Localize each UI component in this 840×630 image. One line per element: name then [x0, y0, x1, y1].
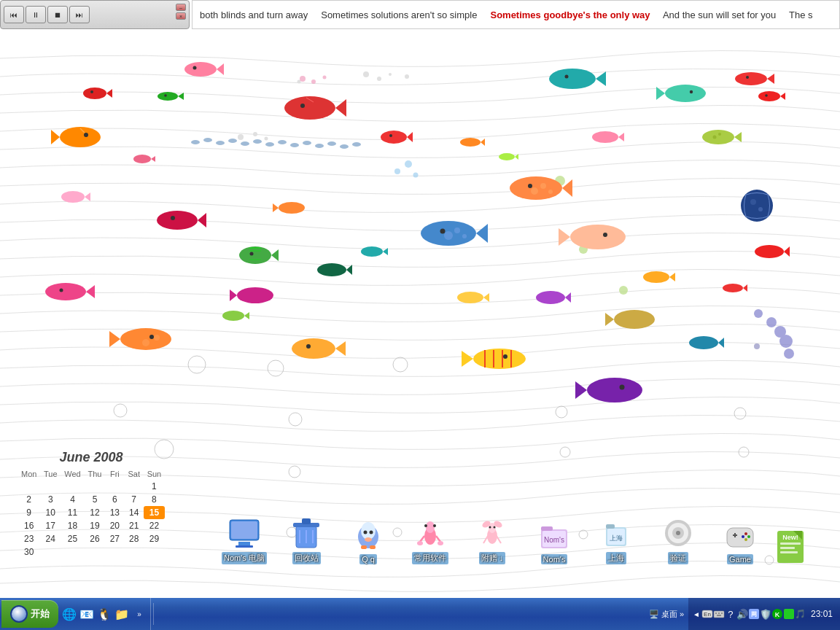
desktop-button[interactable]: 🖥️ 桌面 » — [645, 609, 688, 620]
svg-marker-146 — [743, 284, 747, 292]
cal-cell — [18, 480, 40, 493]
cal-cell: 6 — [105, 493, 124, 506]
cal-cell: 4 — [61, 493, 85, 506]
svg-marker-82 — [407, 132, 413, 142]
svg-point-21 — [253, 132, 257, 136]
svg-point-199 — [489, 526, 491, 529]
icon-my-computer[interactable]: Nom's 电脑 — [215, 516, 273, 564]
next-button[interactable]: ⏭ — [69, 6, 90, 23]
svg-point-74 — [278, 140, 287, 144]
start-button[interactable]: 开始 — [1, 600, 58, 628]
svg-rect-239 — [784, 609, 794, 619]
svg-rect-176 — [302, 518, 311, 524]
stop-button[interactable]: ⏹ — [47, 6, 68, 23]
icon-new[interactable]: New! — [773, 529, 808, 564]
svg-point-121 — [361, 246, 383, 257]
tray-input-method[interactable]: En — [701, 608, 713, 620]
tray-help[interactable]: ? — [725, 608, 736, 620]
tray-green-indicator[interactable] — [783, 608, 795, 620]
cal-day-wed: Wed — [61, 468, 85, 480]
svg-line-201 — [483, 536, 488, 543]
lyrics-text: both blinds and turn away Sometimes solu… — [200, 9, 813, 20]
tray-network[interactable]: 网 — [748, 608, 760, 620]
tray-expand-button[interactable]: ◄ — [691, 609, 701, 620]
ql-mail[interactable]: 📧 — [79, 606, 95, 622]
svg-point-75 — [290, 143, 299, 147]
svg-rect-225 — [780, 547, 795, 549]
ql-folder[interactable]: 📁 — [114, 606, 130, 622]
svg-point-41 — [83, 88, 106, 99]
svg-rect-186 — [370, 545, 376, 549]
svg-point-154 — [154, 335, 160, 341]
svg-point-71 — [241, 141, 249, 146]
system-clock: 23:01 — [806, 608, 837, 621]
cal-cell: 16 — [18, 519, 40, 532]
media-player: ⏮ ⏸ ⏹ ⏭ – × — [0, 0, 190, 29]
icon-accessories[interactable]: 附赠 ↓ — [463, 516, 521, 564]
svg-point-60 — [758, 91, 780, 101]
svg-point-101 — [548, 190, 553, 194]
icon-common-tools[interactable]: 常用软件 — [401, 516, 459, 564]
shanghai-label: 上海 — [606, 552, 626, 564]
icon-game[interactable]: Game — [711, 518, 769, 564]
svg-marker-134 — [669, 273, 675, 281]
svg-marker-156 — [335, 341, 346, 356]
svg-point-49 — [300, 104, 305, 108]
cal-day-sun: Sun — [144, 468, 165, 480]
svg-rect-224 — [780, 542, 801, 545]
tray-media[interactable]: 🎵 — [795, 608, 806, 620]
lyrics-bar: both blinds and turn away Sometimes solu… — [192, 0, 840, 29]
cal-cell: 11 — [61, 506, 85, 519]
ql-qq[interactable]: 🐧 — [96, 606, 112, 622]
close-button[interactable]: × — [176, 12, 186, 20]
icon-shanghai[interactable]: 上海 上海 — [587, 516, 645, 564]
cal-cell: 2 — [18, 493, 40, 506]
quick-launch-area: 🌐 📧 🐧 📁 » — [58, 598, 151, 630]
svg-point-53 — [565, 75, 569, 79]
icon-noms[interactable]: Nom's Nom's — [525, 518, 583, 564]
tray-kaspersky[interactable]: K — [771, 608, 783, 620]
icon-qq[interactable]: Q q — [339, 518, 397, 564]
tray-audio[interactable]: 🔊 — [736, 608, 748, 620]
cal-cell — [40, 480, 61, 493]
svg-marker-140 — [483, 293, 489, 302]
minimize-button[interactable]: – — [176, 4, 186, 11]
pause-button[interactable]: ⏸ — [26, 6, 46, 23]
svg-rect-234 — [717, 615, 721, 616]
icon-auth[interactable]: 验证 — [649, 516, 707, 564]
svg-point-57 — [665, 85, 706, 102]
cal-cell — [61, 545, 85, 559]
svg-point-90 — [592, 131, 618, 143]
svg-point-68 — [203, 138, 212, 142]
ql-more[interactable]: » — [131, 606, 147, 622]
prev-button[interactable]: ⏮ — [4, 6, 24, 23]
svg-text:网: 网 — [751, 611, 757, 618]
svg-marker-124 — [559, 228, 570, 246]
svg-marker-144 — [605, 313, 614, 326]
svg-point-73 — [265, 142, 274, 147]
tray-antivirus[interactable]: 🛡️ — [760, 608, 771, 620]
svg-point-22 — [265, 137, 268, 141]
svg-point-37 — [754, 343, 760, 349]
svg-point-2 — [393, 357, 408, 372]
icon-recycle[interactable]: 回收站 — [277, 516, 335, 564]
ql-browser[interactable]: 🌐 — [61, 606, 77, 622]
svg-point-77 — [315, 144, 324, 148]
cal-cell — [61, 480, 85, 493]
svg-point-165 — [689, 336, 718, 349]
svg-point-94 — [713, 136, 717, 139]
cal-cell — [125, 545, 144, 559]
cal-day-mon: Mon — [18, 468, 40, 480]
svg-point-35 — [779, 335, 793, 348]
svg-point-6 — [734, 408, 746, 419]
svg-marker-159 — [462, 351, 473, 367]
svg-point-17 — [389, 73, 392, 76]
window-controls: – × — [176, 4, 186, 20]
svg-point-152 — [149, 335, 154, 339]
svg-point-153 — [142, 339, 149, 346]
tray-keyboard[interactable] — [713, 608, 725, 620]
svg-point-28 — [413, 173, 419, 178]
svg-point-8 — [289, 466, 300, 478]
svg-point-24 — [311, 79, 316, 84]
cal-cell: 29 — [144, 532, 165, 545]
